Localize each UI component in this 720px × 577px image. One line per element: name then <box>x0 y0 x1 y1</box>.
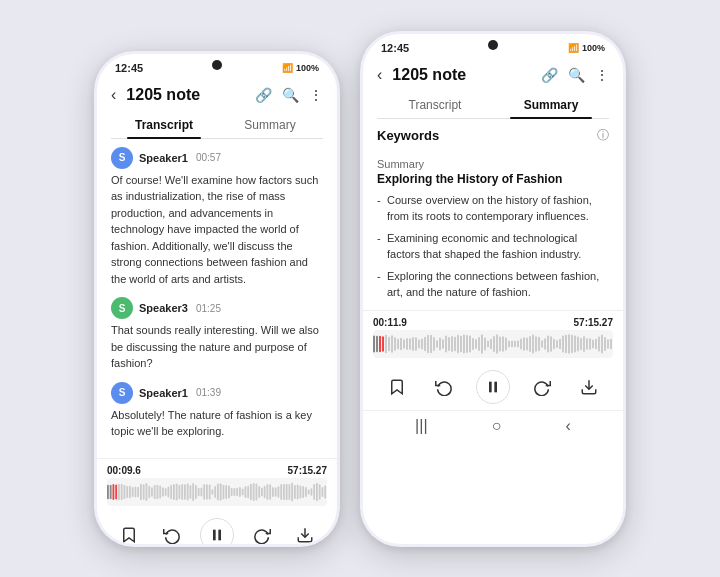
camera-notch-right <box>488 40 498 50</box>
svg-rect-151 <box>577 336 579 351</box>
svg-rect-24 <box>173 484 175 500</box>
waveform-bar-left[interactable] <box>107 478 327 506</box>
info-icon[interactable]: ⓘ <box>597 127 609 144</box>
nav-home-right[interactable]: ○ <box>492 417 502 435</box>
svg-rect-15 <box>148 485 150 498</box>
back-button-right[interactable]: ‹ <box>373 64 386 86</box>
phone-left: 12:45 📶 100% ‹ 1205 note 🔗 🔍 ⋮ T <box>94 51 340 547</box>
svg-rect-159 <box>601 334 603 353</box>
speaker-row-3: S Speaker1 01:39 <box>111 382 323 404</box>
svg-rect-76 <box>316 482 318 501</box>
svg-rect-89 <box>391 335 393 352</box>
waveform-section-left: 00:09.6 57:15.27 <box>97 458 337 510</box>
svg-rect-98 <box>418 339 420 348</box>
signal-icon-left: 📶 <box>282 63 293 73</box>
svg-rect-109 <box>451 335 453 351</box>
waveform-times-left: 00:09.6 57:15.27 <box>107 465 327 476</box>
total-time-left: 57:15.27 <box>288 465 327 476</box>
svg-rect-61 <box>275 487 277 496</box>
svg-rect-111 <box>457 334 459 352</box>
svg-rect-152 <box>580 337 582 349</box>
battery-left: 100% <box>296 63 319 73</box>
bookmark-button-right[interactable] <box>382 372 412 402</box>
svg-rect-154 <box>586 338 588 349</box>
tab-summary-right[interactable]: Summary <box>493 90 609 118</box>
svg-rect-161 <box>607 339 609 349</box>
controls-left <box>97 510 337 544</box>
svg-rect-28 <box>184 484 186 499</box>
svg-rect-124 <box>496 334 498 354</box>
svg-rect-38 <box>212 489 214 494</box>
svg-rect-40 <box>217 483 219 500</box>
svg-rect-19 <box>159 485 161 498</box>
svg-rect-157 <box>595 338 597 349</box>
more-icon-right[interactable]: ⋮ <box>595 67 609 83</box>
speaker-time-2: 01:25 <box>196 303 221 314</box>
rewind-button-right[interactable] <box>429 372 459 402</box>
summary-list: Course overview on the history of fashio… <box>377 192 609 301</box>
svg-rect-9 <box>132 487 134 497</box>
svg-rect-44 <box>228 485 230 498</box>
svg-rect-29 <box>187 483 189 500</box>
svg-rect-25 <box>176 483 178 500</box>
speaker-time-1: 00:57 <box>196 152 221 163</box>
transcript-item-2: S Speaker3 01:25 That sounds really inte… <box>111 297 323 372</box>
svg-rect-110 <box>454 336 456 351</box>
svg-rect-121 <box>487 340 489 347</box>
forward-button-left[interactable] <box>247 520 277 544</box>
svg-rect-11 <box>137 486 139 496</box>
svg-rect-93 <box>403 339 405 348</box>
header-icons-left: 🔗 🔍 ⋮ <box>255 87 323 103</box>
controls-right <box>363 362 623 410</box>
back-button-left[interactable]: ‹ <box>107 84 120 106</box>
share-icon-right[interactable]: 🔗 <box>541 67 558 83</box>
tab-transcript-right[interactable]: Transcript <box>377 90 493 118</box>
svg-rect-123 <box>493 335 495 351</box>
svg-rect-2 <box>113 483 115 499</box>
svg-rect-63 <box>280 483 282 499</box>
svg-rect-164 <box>494 381 497 392</box>
status-icons-right: 📶 100% <box>568 43 605 53</box>
svg-rect-65 <box>286 483 288 500</box>
svg-rect-122 <box>490 338 492 349</box>
waveform-bar-right[interactable] <box>373 330 613 358</box>
svg-rect-12 <box>140 483 142 499</box>
nav-back-right[interactable]: ‹ <box>566 417 571 435</box>
tab-summary-left[interactable]: Summary <box>217 110 323 138</box>
svg-rect-147 <box>565 334 567 352</box>
current-time-left: 00:09.6 <box>107 465 141 476</box>
svg-rect-143 <box>553 338 555 349</box>
svg-rect-90 <box>394 337 396 350</box>
pause-button-left[interactable] <box>200 518 234 544</box>
svg-rect-78 <box>322 486 324 496</box>
svg-rect-97 <box>415 337 417 351</box>
svg-rect-96 <box>412 337 414 351</box>
svg-rect-37 <box>209 484 211 499</box>
more-icon-left[interactable]: ⋮ <box>309 87 323 103</box>
list-item-3: Exploring the connections between fashio… <box>377 268 609 301</box>
nav-menu-right[interactable]: ||| <box>415 417 427 435</box>
rewind-button-left[interactable] <box>157 520 187 544</box>
forward-button-right[interactable] <box>527 372 557 402</box>
bookmark-button-left[interactable] <box>114 520 144 544</box>
svg-rect-5 <box>121 483 123 500</box>
svg-rect-85 <box>379 335 381 351</box>
phone-right: 12:45 📶 100% ‹ 1205 note 🔗 🔍 ⋮ T <box>360 31 626 547</box>
svg-rect-125 <box>499 336 501 351</box>
summary-title: Exploring the History of Fashion <box>377 172 609 186</box>
search-icon-right[interactable]: 🔍 <box>568 67 585 83</box>
tab-transcript-left[interactable]: Transcript <box>111 110 217 138</box>
svg-rect-133 <box>523 337 525 351</box>
save-button-left[interactable] <box>290 520 320 544</box>
waveform-times-right: 00:11.9 57:15.27 <box>373 317 613 328</box>
pause-button-right[interactable] <box>476 370 510 404</box>
transcript-item-3: S Speaker1 01:39 Absolutely! The nature … <box>111 382 323 440</box>
svg-rect-48 <box>239 486 241 496</box>
svg-rect-18 <box>157 484 159 499</box>
save-button-right[interactable] <box>574 372 604 402</box>
svg-rect-101 <box>427 334 429 352</box>
svg-rect-36 <box>206 484 208 500</box>
search-icon-left[interactable]: 🔍 <box>282 87 299 103</box>
header-icons-right: 🔗 🔍 ⋮ <box>541 67 609 83</box>
share-icon-left[interactable]: 🔗 <box>255 87 272 103</box>
